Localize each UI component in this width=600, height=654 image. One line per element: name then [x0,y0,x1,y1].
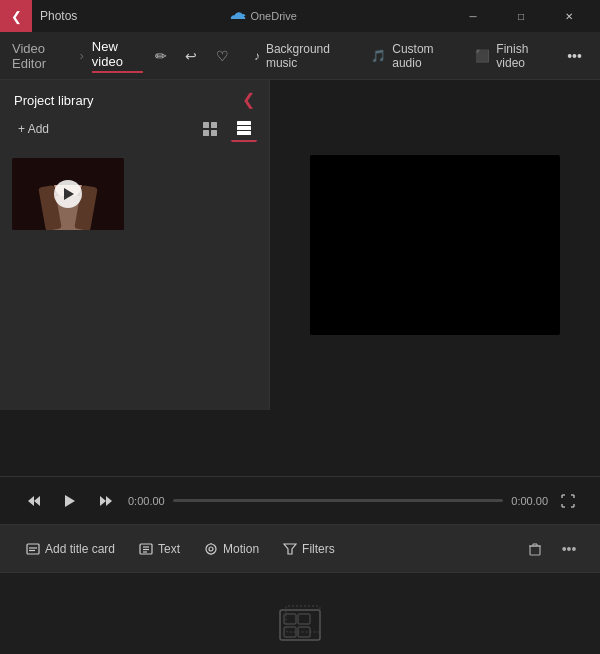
svg-rect-31 [530,546,540,555]
finish-icon: ⬛ [475,49,490,63]
svg-marker-30 [284,544,296,554]
maximize-button[interactable]: □ [498,0,544,32]
filters-button[interactable]: Filters [273,537,345,561]
svg-rect-6 [237,131,251,135]
video-controls: 0:00.00 0:00.00 [0,476,600,524]
panel-close-button[interactable]: ❮ [242,92,255,108]
edit-button[interactable]: ✏ [147,40,174,72]
svg-marker-17 [100,496,106,506]
text-button[interactable]: Text [129,537,190,561]
heart-icon: ♡ [216,48,229,64]
storyboard-svg [278,602,322,646]
play-button-overlay[interactable] [54,180,82,208]
bg-music-label: Background music [266,42,347,70]
svg-point-27 [209,547,213,551]
timeline-panel: Drag items from the project library here [0,572,600,654]
svg-marker-16 [65,495,75,507]
video-preview-panel [270,80,600,410]
svg-rect-40 [298,627,310,637]
panel-toolbar: + Add [0,116,269,150]
main-content: Project library ❮ + Add [0,80,600,476]
back-icon: ❮ [11,9,22,24]
onedrive-label: OneDrive [250,10,296,22]
motion-icon [204,542,218,556]
back-button[interactable]: ❮ [0,0,32,32]
finish-video-label: Finish video [496,42,547,70]
close-button[interactable]: ✕ [546,0,592,32]
edit-icon: ✏ [155,48,167,64]
favorite-button[interactable]: ♡ [209,40,236,72]
more-bottom-button[interactable]: ••• [554,534,584,564]
svg-rect-4 [237,121,251,125]
panel-header: Project library ❮ [0,80,269,116]
add-title-card-button[interactable]: Add title card [16,537,125,561]
filters-icon [283,542,297,556]
breadcrumb-video-editor[interactable]: Video Editor [12,41,72,71]
svg-rect-1 [211,122,217,128]
list-view-icon [236,120,252,136]
rewind-button[interactable] [20,487,48,515]
finish-video-button[interactable]: ⬛ Finish video [465,38,557,74]
fast-forward-icon [99,494,113,508]
filters-label: Filters [302,542,335,556]
svg-marker-15 [34,496,40,506]
svg-marker-14 [28,496,34,506]
undo-button[interactable]: ↩ [178,40,205,72]
add-media-button[interactable]: + Add [12,119,55,139]
more-bottom-icon: ••• [562,541,577,557]
fast-forward-button[interactable] [92,487,120,515]
toolbar: Video Editor › New video ✏ ↩ ♡ ♪ Backgro… [0,32,600,80]
grid-view-button[interactable] [197,116,223,142]
text-label: Text [158,542,180,556]
delete-icon [528,542,542,556]
add-title-card-label: Add title card [45,542,115,556]
fullscreen-button[interactable] [556,489,580,513]
more-icon: ••• [567,48,582,64]
window-controls: ─ □ ✕ [450,0,592,32]
app-title: Photos [40,9,77,23]
more-options-button[interactable]: ••• [561,40,588,72]
total-time: 0:00.00 [511,495,548,507]
motion-label: Motion [223,542,259,556]
svg-marker-18 [106,496,112,506]
text-icon [139,542,153,556]
background-music-button[interactable]: ♪ Background music [244,38,357,74]
svg-rect-19 [27,544,39,554]
media-thumbnail[interactable] [12,158,124,230]
play-icon [63,494,77,508]
fullscreen-icon [561,494,575,508]
svg-rect-5 [237,126,251,130]
bottom-toolbar: Add title card Text Motion Filters [0,524,600,572]
video-preview [310,155,560,335]
add-label: + Add [18,122,49,136]
title-card-icon [26,542,40,556]
media-grid [0,150,269,238]
panel-title: Project library [14,93,93,108]
music-icon: ♪ [254,49,260,63]
svg-rect-3 [211,130,217,136]
minimize-button[interactable]: ─ [450,0,496,32]
delete-button[interactable] [520,534,550,564]
project-library-panel: Project library ❮ + Add [0,80,270,410]
breadcrumb-separator: › [80,48,84,63]
title-bar: ❮ Photos OneDrive ─ □ ✕ [0,0,600,32]
svg-rect-0 [203,122,209,128]
progress-bar[interactable] [173,499,504,502]
custom-audio-label: Custom audio [392,42,451,70]
onedrive-indicator: OneDrive [230,10,296,22]
current-time: 0:00.00 [128,495,165,507]
svg-rect-2 [203,130,209,136]
storyboard-icon [278,602,322,646]
list-view-button[interactable] [231,116,257,142]
rewind-icon [27,494,41,508]
onedrive-icon [230,11,246,22]
play-pause-button[interactable] [56,487,84,515]
svg-point-26 [206,544,216,554]
audio-icon: 🎵 [371,49,386,63]
tab-new-video[interactable]: New video [92,39,143,73]
undo-icon: ↩ [185,48,197,64]
play-triangle-icon [64,188,74,200]
grid-view-icon [202,121,218,137]
custom-audio-button[interactable]: 🎵 Custom audio [361,38,461,74]
motion-button[interactable]: Motion [194,537,269,561]
